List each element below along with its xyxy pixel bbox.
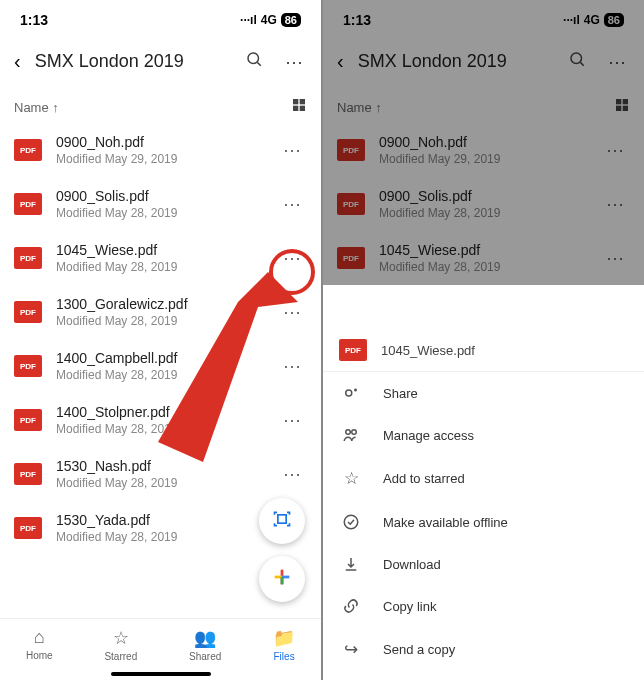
file-meta: 1530_Nash.pdf Modified May 28, 2019: [56, 458, 263, 490]
fab-stack: [259, 498, 305, 602]
add-fab[interactable]: [259, 556, 305, 602]
file-meta: 1045_Wiese.pdf Modified May 28, 2019: [379, 242, 586, 274]
file-meta: 1530_Yada.pdf Modified May 28, 2019: [56, 512, 263, 544]
sheet-item-label: Download: [383, 557, 441, 572]
svg-point-0: [248, 53, 259, 64]
battery-level: 86: [281, 13, 301, 27]
file-item[interactable]: PDF 0900_Noh.pdf Modified May 29, 2019 ⋯: [333, 123, 634, 177]
sheet-header: PDF 1045_Wiese.pdf: [323, 325, 644, 372]
home-icon: ⌂: [34, 627, 45, 648]
home-indicator: [111, 672, 211, 676]
pdf-icon: PDF: [337, 139, 365, 161]
status-time: 1:13: [343, 12, 371, 28]
pdf-icon: PDF: [339, 339, 367, 361]
file-modified: Modified May 28, 2019: [56, 530, 263, 544]
scan-fab[interactable]: [259, 498, 305, 544]
file-more-icon[interactable]: ⋯: [600, 187, 630, 221]
file-modified: Modified May 28, 2019: [56, 206, 263, 220]
file-more-icon[interactable]: ⋯: [277, 187, 307, 221]
plus-icon: [271, 566, 293, 592]
file-modified: Modified May 29, 2019: [56, 152, 263, 166]
status-time: 1:13: [20, 12, 48, 28]
tab-starred[interactable]: ☆ Starred: [104, 627, 137, 662]
status-bar: 1:13 ···ıl 4G 86: [0, 0, 321, 36]
sheet-item-label: Add to starred: [383, 471, 465, 486]
sheet-item-label: Manage access: [383, 428, 474, 443]
status-bar: 1:13 ···ıl 4G 86: [323, 0, 644, 36]
tab-label: Files: [274, 651, 295, 662]
highlight-circle: [269, 249, 315, 295]
network-label: 4G: [584, 13, 600, 27]
file-name: 0900_Noh.pdf: [379, 134, 586, 150]
svg-point-12: [571, 53, 582, 64]
scan-icon: [272, 509, 292, 534]
tab-home[interactable]: ⌂ Home: [26, 627, 53, 662]
link-icon: [341, 597, 361, 615]
file-list-right: PDF 0900_Noh.pdf Modified May 29, 2019 ⋯…: [323, 123, 644, 285]
tab-shared[interactable]: 👥 Shared: [189, 627, 221, 662]
svg-rect-7: [278, 514, 286, 522]
file-more-icon[interactable]: ⋯: [277, 457, 307, 491]
sheet-items: Share Manage access ☆ Add to starred Mak…: [323, 372, 644, 672]
sheet-item-label: Send a copy: [383, 642, 455, 657]
sheet-item-send[interactable]: ↪ Send a copy: [323, 627, 644, 672]
file-name: 1530_Yada.pdf: [56, 512, 263, 528]
file-name: 0900_Solis.pdf: [56, 188, 263, 204]
file-item[interactable]: PDF 0900_Noh.pdf Modified May 29, 2019 ⋯: [10, 123, 311, 177]
file-meta: 0900_Noh.pdf Modified May 29, 2019: [56, 134, 263, 166]
more-icon[interactable]: ⋯: [604, 47, 630, 77]
sheet-item-label: Make available offline: [383, 515, 508, 530]
svg-point-18: [346, 390, 352, 396]
sheet-item-offline[interactable]: Make available offline: [323, 501, 644, 543]
sheet-item-label: Copy link: [383, 599, 436, 614]
phone-right: 1:13 ···ıl 4G 86 ‹ SMX London 2019 ⋯ Nam…: [323, 0, 644, 680]
file-item[interactable]: PDF 1045_Wiese.pdf Modified May 28, 2019…: [333, 231, 634, 285]
sort-label[interactable]: Name ↑: [337, 100, 382, 115]
svg-rect-15: [623, 99, 628, 104]
status-right: ···ıl 4G 86: [240, 13, 301, 27]
back-button[interactable]: ‹: [14, 50, 21, 73]
signal-icon: ···ıl: [563, 13, 580, 27]
pdf-icon: PDF: [14, 193, 42, 215]
file-more-icon[interactable]: ⋯: [600, 133, 630, 167]
svg-point-21: [344, 515, 358, 529]
file-name: 0900_Noh.pdf: [56, 134, 263, 150]
search-icon[interactable]: [241, 46, 267, 77]
pdf-icon: PDF: [14, 355, 42, 377]
pdf-icon: PDF: [337, 193, 365, 215]
more-icon[interactable]: ⋯: [281, 47, 307, 77]
share-icon: [341, 384, 361, 402]
search-icon[interactable]: [564, 46, 590, 77]
file-more-icon[interactable]: ⋯: [600, 241, 630, 275]
sheet-item-manage[interactable]: Manage access: [323, 414, 644, 456]
battery-level: 86: [604, 13, 624, 27]
pdf-icon: PDF: [14, 301, 42, 323]
manage-icon: [341, 426, 361, 444]
pdf-icon: PDF: [14, 517, 42, 539]
tab-label: Home: [26, 650, 53, 661]
sheet-item-share[interactable]: Share: [323, 372, 644, 414]
grid-view-icon[interactable]: [291, 97, 307, 117]
download-icon: [341, 555, 361, 573]
svg-point-20: [352, 430, 357, 435]
sheet-item-link[interactable]: Copy link: [323, 585, 644, 627]
shared-icon: 👥: [194, 627, 216, 649]
file-more-icon[interactable]: ⋯: [277, 133, 307, 167]
status-right: ···ıl 4G 86: [563, 13, 624, 27]
file-modified: Modified May 28, 2019: [56, 476, 263, 490]
sheet-item-download[interactable]: Download: [323, 543, 644, 585]
app-header: ‹ SMX London 2019 ⋯: [0, 36, 321, 87]
tab-files[interactable]: 📁 Files: [273, 627, 295, 662]
sheet-item-star[interactable]: ☆ Add to starred: [323, 456, 644, 501]
starred-icon: ☆: [113, 627, 129, 649]
sort-label[interactable]: Name ↑: [14, 100, 59, 115]
svg-line-13: [580, 62, 583, 65]
file-modified: Modified May 29, 2019: [379, 152, 586, 166]
back-button[interactable]: ‹: [337, 50, 344, 73]
file-item[interactable]: PDF 0900_Solis.pdf Modified May 28, 2019…: [10, 177, 311, 231]
grid-view-icon[interactable]: [614, 97, 630, 117]
pdf-icon: PDF: [337, 247, 365, 269]
files-icon: 📁: [273, 627, 295, 649]
svg-rect-14: [616, 99, 621, 104]
file-item[interactable]: PDF 0900_Solis.pdf Modified May 28, 2019…: [333, 177, 634, 231]
